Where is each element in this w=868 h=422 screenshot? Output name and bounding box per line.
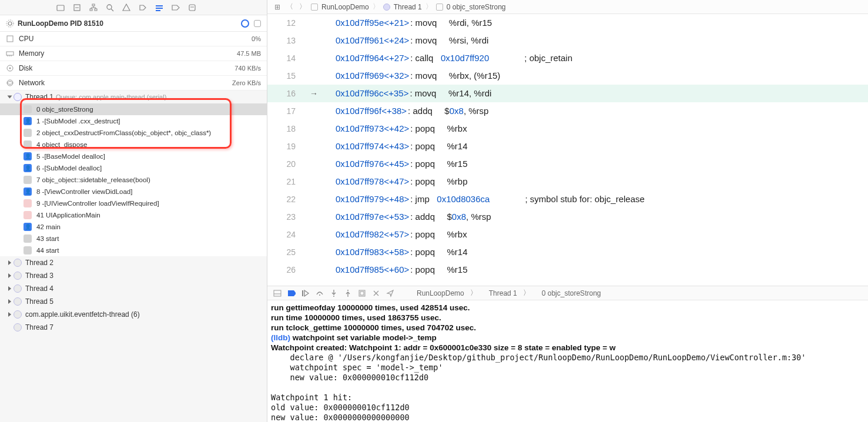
asm-line-19[interactable]: 190x10d7ff974 <+43>: popq %r14 bbox=[267, 138, 868, 155]
asm-line-21[interactable]: 210x10d7ff978 <+47>: popq %rbp bbox=[267, 173, 868, 190]
stack-frame-41[interactable]: 41 UIApplicationMain bbox=[0, 209, 267, 221]
asm-line-24[interactable]: 240x10d7ff982 <+57>: popq %rbx bbox=[267, 226, 868, 243]
breakpoint-nav-icon[interactable] bbox=[172, 4, 180, 12]
asm-line-14[interactable]: 140x10d7ff964 <+27>: callq 0x10d7ff920; … bbox=[267, 49, 868, 67]
dbg-crumb-project[interactable]: RunLoopDemo bbox=[417, 289, 464, 297]
stack-frame-44[interactable]: 44 start bbox=[0, 245, 267, 256]
stack-frame-43[interactable]: 43 start bbox=[0, 233, 267, 245]
thread-row[interactable]: com.apple.uikit.eventfetch-thread (6) bbox=[0, 308, 267, 321]
breakpoints-toggle-icon[interactable] bbox=[287, 289, 296, 297]
warning-icon[interactable] bbox=[122, 4, 130, 12]
asm-line-25[interactable]: 250x10d7ff983 <+58>: popq %r14 bbox=[267, 243, 868, 261]
stack-frame-8[interactable]: 👤8 -[ViewController viewDidLoad] bbox=[0, 186, 267, 197]
disclosure-triangle-icon[interactable] bbox=[8, 299, 11, 304]
memory-graph-icon[interactable] bbox=[254, 20, 261, 27]
hierarchy-icon[interactable] bbox=[89, 4, 98, 12]
debug-nav-icon[interactable] bbox=[155, 4, 163, 12]
hide-debug-icon[interactable] bbox=[273, 289, 281, 297]
asm-line-16[interactable]: 16→0x10d7ff96c <+35>: movq %r14, %rdi bbox=[267, 85, 868, 102]
disclosure-triangle-icon[interactable] bbox=[8, 273, 11, 278]
stack-frame-2[interactable]: 2 object_cxxDestructFromClass(objc_objec… bbox=[0, 127, 267, 139]
stack-frames: 0 objc_storeStrong👤1 -[SubModel .cxx_des… bbox=[0, 103, 267, 256]
stack-frame-9[interactable]: 9 -[UIViewController loadViewIfRequired] bbox=[0, 197, 267, 209]
metric-memory[interactable]: Memory 47.5 MB bbox=[0, 46, 267, 61]
memory-debug-icon[interactable] bbox=[372, 289, 380, 297]
stack-frame-4[interactable]: 4 object_dispose bbox=[0, 139, 267, 150]
step-out-icon[interactable] bbox=[344, 289, 352, 297]
disassembly-view[interactable]: 120x10d7ff95e <+21>: movq %rdi, %r15130x… bbox=[267, 14, 868, 286]
record-icon[interactable] bbox=[241, 19, 249, 28]
forward-button[interactable]: 〉 bbox=[298, 2, 307, 12]
folder-icon[interactable] bbox=[56, 4, 65, 12]
asm-line-23[interactable]: 230x10d7ff97e <+53>: addq $0x8, %rsp bbox=[267, 208, 868, 226]
debug-toolbar: RunLoopDemo〉 Thread 1〉 0 objc_storeStron… bbox=[267, 286, 868, 300]
asm-line-26[interactable]: 260x10d7ff985 <+60>: popq %r15 bbox=[267, 261, 868, 279]
crumb-frame[interactable]: 0 objc_storeStrong bbox=[447, 3, 506, 11]
stack-frame-1[interactable]: 👤1 -[SubModel .cxx_destruct] bbox=[0, 115, 267, 127]
asm-line-13[interactable]: 130x10d7ff961 <+24>: movq %rsi, %rdi bbox=[267, 32, 868, 49]
stack-frame-7[interactable]: 7 objc_object::sidetable_release(bool) bbox=[0, 174, 267, 186]
gear-icon bbox=[6, 19, 14, 28]
asm-line-15[interactable]: 150x10d7ff969 <+32>: movq %rbx, (%r15) bbox=[267, 67, 868, 85]
dbg-crumb-thread[interactable]: Thread 1 bbox=[489, 289, 517, 297]
search-icon[interactable] bbox=[106, 4, 114, 12]
metric-label: CPU bbox=[19, 35, 252, 43]
asm-comment: ; objc_retain bbox=[524, 49, 572, 67]
thread-icon bbox=[14, 93, 22, 101]
related-items-icon[interactable]: ⊞ bbox=[273, 3, 281, 11]
process-header[interactable]: RunLoopDemo PID 81510 bbox=[0, 15, 267, 32]
back-button[interactable]: 〈 bbox=[285, 2, 294, 12]
report-icon[interactable] bbox=[188, 4, 196, 12]
svg-rect-14 bbox=[156, 10, 160, 11]
frame-label: 43 start bbox=[36, 235, 59, 242]
svg-rect-3 bbox=[92, 4, 95, 6]
svg-rect-20 bbox=[6, 52, 14, 55]
asm-line-17[interactable]: 170x10d7ff96f <+38>: addq $0x8, %rsp bbox=[267, 102, 868, 120]
frame-label: 8 -[ViewController viewDidLoad] bbox=[36, 188, 132, 195]
metric-disk[interactable]: Disk 740 KB/s bbox=[0, 61, 267, 76]
line-number: 26 bbox=[274, 261, 310, 279]
disclosure-triangle-icon[interactable] bbox=[8, 312, 11, 317]
thread-1-header[interactable]: Thread 1 Queue: com.apple.main-thread (s… bbox=[0, 91, 267, 103]
continue-icon[interactable] bbox=[301, 289, 310, 297]
svg-rect-0 bbox=[57, 5, 64, 11]
asm-line-18[interactable]: 180x10d7ff973 <+42>: popq %rbx bbox=[267, 120, 868, 138]
metric-network[interactable]: Network Zero KB/s bbox=[0, 76, 267, 91]
thread-row[interactable]: Thread 3 bbox=[0, 269, 267, 282]
asm-line-20[interactable]: 200x10d7ff976 <+45>: popq %r15 bbox=[267, 155, 868, 173]
box-icon[interactable] bbox=[73, 4, 81, 12]
lldb-console[interactable]: run gettimeofday 10000000 times, used 42… bbox=[267, 300, 868, 422]
thread-row[interactable]: Thread 5 bbox=[0, 295, 267, 308]
stack-frame-6[interactable]: 👤6 -[SubModel dealloc] bbox=[0, 162, 267, 174]
asm-line-12[interactable]: 120x10d7ff95e <+21>: movq %rdi, %r15 bbox=[267, 14, 868, 32]
crumb-thread[interactable]: Thread 1 bbox=[394, 3, 422, 11]
line-number: 25 bbox=[274, 243, 310, 261]
stack-frame-0[interactable]: 0 objc_storeStrong bbox=[0, 103, 267, 115]
thread-row[interactable]: Thread 4 bbox=[0, 282, 267, 295]
location-icon[interactable] bbox=[386, 289, 394, 297]
frame-label: 0 objc_storeStrong bbox=[36, 106, 93, 113]
stack-frame-42[interactable]: 👤42 main bbox=[0, 221, 267, 233]
metric-value: 47.5 MB bbox=[237, 50, 261, 57]
thread-row[interactable]: Thread 7 bbox=[0, 321, 267, 334]
disclosure-triangle-icon[interactable] bbox=[8, 286, 11, 291]
line-number: 12 bbox=[274, 14, 310, 32]
crumb-project[interactable]: RunLoopDemo bbox=[321, 3, 369, 11]
stack-frame-5[interactable]: 👤5 -[BaseModel dealloc] bbox=[0, 150, 267, 162]
step-over-icon[interactable] bbox=[316, 289, 324, 297]
tag-icon[interactable] bbox=[139, 4, 147, 12]
asm-line-22[interactable]: 220x10d7ff979 <+48>: jmp 0x10d8036ca; sy… bbox=[267, 190, 868, 208]
metric-cpu[interactable]: CPU 0% bbox=[0, 32, 267, 46]
network-icon bbox=[6, 79, 14, 87]
thread-label: Thread 7 bbox=[25, 323, 53, 331]
view-debug-icon[interactable] bbox=[358, 289, 366, 297]
disclosure-triangle-icon[interactable] bbox=[8, 96, 12, 99]
line-number: 21 bbox=[274, 173, 310, 190]
thread-label: Thread 5 bbox=[25, 297, 53, 306]
disclosure-triangle-icon[interactable] bbox=[8, 260, 11, 265]
svg-point-30 bbox=[319, 294, 320, 296]
thread-row[interactable]: Thread 2 bbox=[0, 256, 267, 269]
step-into-icon[interactable] bbox=[330, 289, 338, 297]
dbg-crumb-frame[interactable]: 0 objc_storeStrong bbox=[542, 289, 601, 297]
frame-icon bbox=[436, 4, 443, 11]
